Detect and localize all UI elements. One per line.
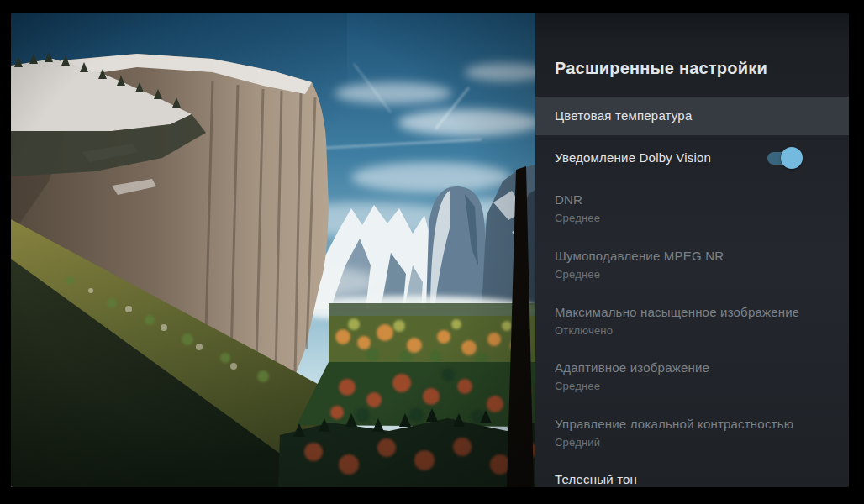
item-value: Среднее <box>555 268 849 281</box>
item-label: Управление локальной контрастностью <box>555 417 849 432</box>
settings-item-dnr: DNR Среднее <box>535 181 849 236</box>
yosemite-photo <box>11 13 535 487</box>
advanced-settings-panel: Расширенные настройки Цветовая температу… <box>535 13 849 487</box>
item-label: Телесный тон <box>555 472 849 487</box>
settings-item-flesh-tone[interactable]: Телесный тон <box>535 460 849 487</box>
item-label: Адаптивное изображение <box>555 360 849 375</box>
item-label: Максимально насыщенное изображение <box>555 305 849 320</box>
settings-item-max-vivid-picture: Максимально насыщенное изображение Отклю… <box>535 293 849 349</box>
item-value: Среднее <box>555 380 849 392</box>
item-label: Цветовая температура <box>555 108 692 123</box>
item-label: Уведомление Dolby Vision <box>555 150 711 165</box>
dolby-vision-toggle[interactable] <box>767 147 803 169</box>
settings-item-dolby-vision-notification[interactable]: Уведомление Dolby Vision <box>535 135 849 181</box>
settings-item-mpeg-nr: Шумоподавление MPEG NR Среднее <box>535 237 849 292</box>
item-label: DNR <box>555 192 849 207</box>
item-value: Отключено <box>555 324 849 337</box>
settings-item-adaptive-picture: Адаптивное изображение Среднее <box>535 349 849 404</box>
item-label: Шумоподавление MPEG NR <box>555 249 849 264</box>
tv-frame: Расширенные настройки Цветовая температу… <box>0 0 864 504</box>
page-title: Расширенные настройки <box>555 59 767 78</box>
tv-screen: Расширенные настройки Цветовая температу… <box>11 13 849 487</box>
item-value: Средний <box>555 436 849 449</box>
item-value: Среднее <box>555 212 849 224</box>
settings-item-color-temperature[interactable]: Цветовая температура <box>535 97 849 135</box>
toggle-thumb <box>781 147 803 169</box>
settings-item-local-contrast-control: Управление локальной контрастностью Сред… <box>535 405 849 460</box>
